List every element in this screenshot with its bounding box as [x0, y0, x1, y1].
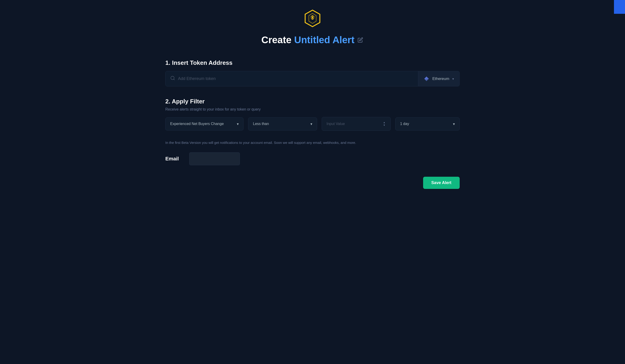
value-input-wrapper[interactable]: Input Value ▲ ▼ [322, 117, 391, 131]
spinner-down-button[interactable]: ▼ [383, 124, 386, 126]
svg-point-1 [171, 76, 174, 80]
network-label: Ethereum [432, 77, 449, 81]
value-placeholder: Input Value [327, 122, 345, 126]
alert-name: Untitled Alert [294, 34, 354, 46]
page-title: Create Untitled Alert [261, 34, 364, 46]
time-dropdown[interactable]: 1 day ▾ [395, 117, 460, 131]
metric-label: Experienced Net Buyers Change [170, 122, 224, 126]
condition-dropdown[interactable]: Less than ▾ [248, 117, 317, 131]
filter-section: 2. Apply Filter Receive alerts straight … [165, 98, 460, 165]
ethereum-icon [424, 76, 429, 82]
condition-chevron-icon: ▾ [311, 122, 312, 126]
filter-section-heading: 2. Apply Filter [165, 98, 460, 105]
network-selector[interactable]: Ethereum ▾ [418, 71, 459, 86]
network-chevron-icon: ▾ [452, 77, 454, 81]
svg-line-2 [174, 79, 175, 80]
email-input[interactable] [189, 152, 240, 165]
time-chevron-icon: ▾ [453, 122, 455, 126]
token-address-input[interactable] [178, 71, 413, 86]
create-label: Create [261, 34, 292, 46]
token-section: 1. Insert Token Address Ethe [165, 59, 460, 174]
email-row: Email [165, 152, 460, 165]
token-section-heading: 1. Insert Token Address [165, 59, 460, 66]
email-label: Email [165, 156, 184, 162]
logo-section [303, 9, 322, 28]
spinner-controls[interactable]: ▲ ▼ [383, 121, 386, 126]
logo-icon [303, 9, 322, 28]
save-button-wrapper: Save Alert [165, 177, 460, 189]
edit-icon[interactable] [357, 37, 364, 43]
spinner-up-button[interactable]: ▲ [383, 121, 386, 124]
save-alert-button[interactable]: Save Alert [423, 177, 460, 189]
metric-dropdown[interactable]: Experienced Net Buyers Change ▾ [165, 117, 244, 131]
beta-notice: In the first Beta Version you will get n… [165, 140, 460, 145]
filter-subtitle: Receive alerts straight to your inbox fo… [165, 107, 460, 112]
token-input-row: Ethereum ▾ [165, 71, 460, 86]
search-icon [170, 76, 175, 82]
accent-bar [614, 0, 625, 14]
metric-chevron-icon: ▾ [237, 122, 239, 126]
condition-label: Less than [253, 122, 269, 126]
token-search-wrapper [166, 71, 418, 86]
filter-row: Experienced Net Buyers Change ▾ Less tha… [165, 117, 460, 131]
time-label: 1 day [400, 122, 409, 126]
